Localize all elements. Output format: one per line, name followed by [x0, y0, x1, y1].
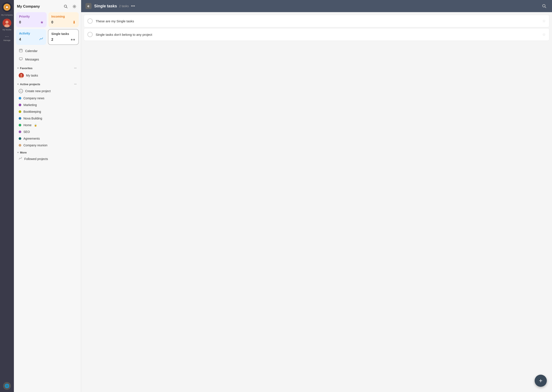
- sidebar-item-bookkeeping[interactable]: Bookkeeping: [15, 108, 80, 115]
- followed-projects-icon: [19, 157, 22, 161]
- svg-point-3: [5, 21, 8, 24]
- svg-rect-12: [19, 58, 22, 60]
- svg-rect-8: [19, 49, 22, 52]
- nav-calendar-label: Calendar: [25, 49, 37, 53]
- card-priority-icon: ★: [40, 20, 44, 25]
- favorites-more-icon[interactable]: ···: [73, 66, 78, 70]
- seo-label: SEO: [23, 130, 30, 133]
- card-single-tasks[interactable]: Single tasks 2 ●●: [48, 29, 79, 45]
- favorites-expand-icon[interactable]: ▾: [17, 67, 19, 70]
- section-more-header: ▾ More: [14, 149, 81, 155]
- plus-icon: +: [19, 89, 23, 93]
- sidebar-item-create-new[interactable]: + Create new project: [15, 87, 80, 95]
- settings-button[interactable]: [71, 3, 78, 10]
- svg-point-7: [74, 6, 75, 7]
- company-reunion-label: Company reunion: [23, 144, 48, 147]
- nav-messages-label: Messages: [25, 58, 39, 61]
- fab-add-button[interactable]: +: [535, 375, 547, 387]
- manage-label: Manage: [3, 39, 11, 42]
- task-2-text: Single tasks don't belong to any project: [96, 33, 540, 36]
- icon-bar: My Company My Nozbe ··· Manage 🌐: [0, 0, 14, 392]
- section-favorites-header: ▾ Favorites ···: [14, 64, 81, 71]
- main-header: ◐ Single tasks 2 tasks •••: [81, 0, 552, 12]
- company-label: My Company: [1, 14, 13, 16]
- svg-line-6: [66, 7, 67, 8]
- sidebar-scroll: Calendar Messages ▾ Favorites ···: [14, 47, 81, 392]
- nav-messages[interactable]: Messages: [15, 55, 80, 63]
- single-tasks-logo: ◐: [86, 3, 92, 9]
- card-incoming-row: 0 ⬇: [51, 20, 76, 25]
- header-search-icon: [542, 4, 546, 8]
- section-active-projects-header: ▾ Active projects ···: [14, 80, 81, 87]
- task-1-text: These are my Single tasks: [96, 19, 540, 23]
- favorites-label: Favorites: [20, 67, 33, 70]
- nav-calendar[interactable]: Calendar: [15, 47, 80, 55]
- task-1-checkbox[interactable]: [87, 18, 93, 24]
- more-label: More: [20, 151, 27, 154]
- card-activity-icon: [39, 37, 43, 42]
- sidebar-item-seo[interactable]: SEO: [15, 129, 80, 135]
- sidebar-item-company-news[interactable]: Company news: [15, 95, 80, 101]
- main-title: Single tasks: [94, 4, 117, 8]
- sidebar-item-home[interactable]: Home 🔒: [15, 122, 80, 128]
- cards-row-2: Activity 4 Single tasks 2 ●●: [14, 29, 81, 47]
- marketing-label: Marketing: [23, 103, 37, 107]
- globe-button[interactable]: 🌐: [3, 382, 11, 390]
- seo-dot: [19, 131, 21, 133]
- active-projects-expand-icon[interactable]: ▾: [17, 83, 19, 86]
- task-row-1[interactable]: These are my Single tasks ☆: [84, 15, 549, 27]
- lock-icon: 🔒: [34, 124, 37, 127]
- user-avatar[interactable]: [3, 19, 11, 27]
- task-1-star[interactable]: ☆: [542, 19, 546, 23]
- card-activity-label: Activity: [19, 32, 43, 35]
- active-projects-more-icon[interactable]: ···: [73, 82, 78, 86]
- sidebar-header: My Company: [14, 0, 81, 12]
- task-list: These are my Single tasks ☆ Single tasks…: [81, 12, 552, 392]
- cards-row: Priority 0 ★ Incoming 0 ⬇: [14, 12, 81, 29]
- sidebar: My Company Priority 0 ★: [14, 0, 81, 392]
- app-logo[interactable]: [2, 2, 12, 12]
- bookkeeping-dot: [19, 110, 21, 113]
- fab-plus-icon: +: [539, 377, 542, 384]
- header-search-button[interactable]: [541, 3, 548, 10]
- card-activity[interactable]: Activity 4: [16, 29, 46, 45]
- card-priority-count: 0: [19, 20, 21, 24]
- main-task-count: 2 tasks: [119, 4, 129, 8]
- card-activity-row: 4: [19, 37, 43, 42]
- more-expand-icon[interactable]: ▾: [17, 151, 19, 154]
- gear-icon: [72, 5, 76, 8]
- sidebar-item-my-tasks[interactable]: My tasks: [15, 71, 80, 80]
- task-2-star[interactable]: ☆: [542, 32, 546, 37]
- company-reunion-dot: [19, 144, 21, 147]
- search-button[interactable]: [62, 3, 69, 10]
- task-row-2[interactable]: Single tasks don't belong to any project…: [84, 28, 549, 41]
- main-more-button[interactable]: •••: [131, 4, 135, 8]
- card-incoming-count: 0: [51, 20, 53, 24]
- task-2-checkbox[interactable]: [87, 32, 93, 37]
- card-priority[interactable]: Priority 0 ★: [16, 12, 47, 27]
- card-incoming-icon: ⬇: [72, 20, 76, 25]
- company-news-label: Company news: [23, 97, 44, 100]
- main-content: ◐ Single tasks 2 tasks ••• These are my …: [81, 0, 552, 392]
- sidebar-item-agreements[interactable]: Agreements: [15, 135, 80, 142]
- user-label: My Nozbe: [3, 29, 12, 31]
- card-single-count: 2: [51, 38, 53, 42]
- card-activity-count: 4: [19, 37, 21, 42]
- card-incoming[interactable]: Incoming 0 ⬇: [48, 12, 79, 27]
- marketing-dot: [19, 104, 21, 106]
- sidebar-item-nova-building[interactable]: Nova Building: [15, 115, 80, 122]
- sidebar-header-icons: [62, 3, 78, 10]
- manage-button[interactable]: ··· Manage: [3, 33, 11, 42]
- sidebar-title: My Company: [17, 4, 40, 9]
- messages-icon: [19, 57, 23, 62]
- calendar-icon: [19, 49, 23, 53]
- header-logo-icon: ◐: [87, 5, 90, 7]
- agreements-label: Agreements: [23, 137, 40, 140]
- svg-line-17: [545, 7, 546, 8]
- card-single-label: Single tasks: [51, 32, 76, 35]
- sidebar-item-followed-projects[interactable]: Followed projects: [15, 155, 80, 162]
- card-single-row: 2 ●●: [51, 37, 76, 42]
- sidebar-item-company-reunion[interactable]: Company reunion: [15, 142, 80, 148]
- sidebar-item-marketing[interactable]: Marketing: [15, 102, 80, 108]
- company-news-dot: [19, 97, 21, 99]
